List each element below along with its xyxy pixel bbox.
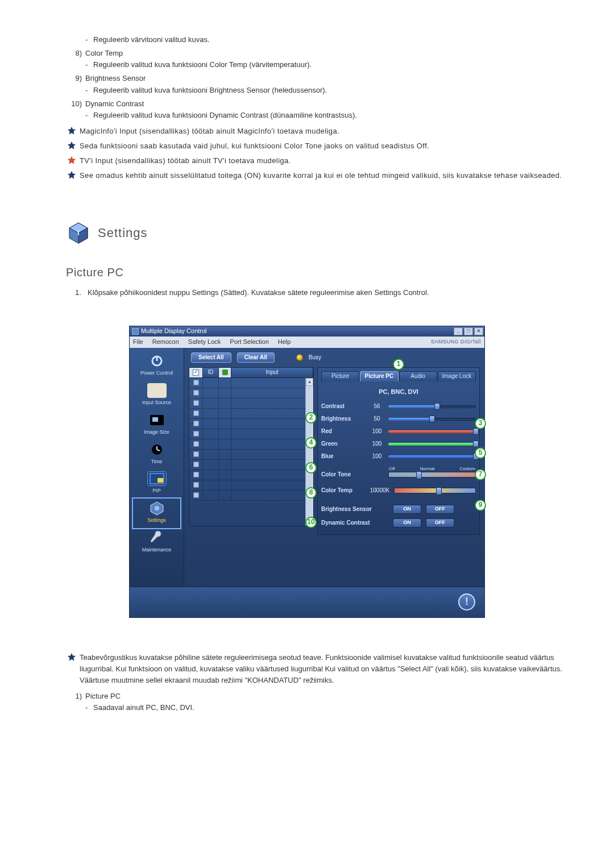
- menu-file[interactable]: File: [133, 337, 143, 347]
- menu-remocon[interactable]: Remocon: [152, 337, 179, 347]
- row-checkbox[interactable]: [193, 380, 199, 385]
- svg-marker-2: [68, 157, 76, 164]
- svg-text:i: i: [77, 229, 79, 237]
- list-item: 9)Brightness Sensor: [51, 73, 563, 84]
- minimize-button[interactable]: _: [454, 327, 463, 335]
- row-checkbox[interactable]: [193, 400, 199, 406]
- app-icon: [132, 328, 139, 335]
- slider-blue: Blue100: [321, 450, 476, 463]
- row-checkbox[interactable]: [193, 482, 199, 488]
- on-button[interactable]: ON: [393, 505, 421, 514]
- table-row[interactable]: [189, 480, 313, 491]
- row-checkbox[interactable]: [193, 462, 199, 467]
- settings-panel: 1 Picture Picture PC Audio Image Lock PC…: [317, 367, 480, 535]
- off-button[interactable]: OFF: [426, 518, 454, 528]
- color-tone-row: Color Tone Off Normal Custom: [321, 468, 476, 481]
- window-titlebar[interactable]: Multiple Display Control _ □ ×: [130, 326, 484, 337]
- tab-picture-pc[interactable]: Picture PC: [360, 371, 398, 381]
- row-checkbox[interactable]: [193, 390, 199, 396]
- table-row[interactable]: [189, 450, 313, 460]
- sidebar-item-pip[interactable]: PIP: [130, 469, 184, 499]
- table-row[interactable]: [189, 429, 313, 439]
- sidebar-item-settings[interactable]: Settings: [130, 499, 184, 528]
- star-icon: [67, 171, 76, 180]
- table-row[interactable]: [189, 419, 313, 429]
- menu-portselection[interactable]: Port Selection: [230, 337, 268, 347]
- sidebar: Power Control Input Source Image Size: [130, 348, 184, 587]
- svg-rect-16: [157, 478, 163, 483]
- row-checkbox[interactable]: [193, 451, 199, 457]
- on-button[interactable]: ON: [393, 518, 421, 528]
- row-checkbox[interactable]: [193, 410, 199, 416]
- table-row[interactable]: [189, 409, 313, 419]
- table-row[interactable]: [189, 439, 313, 450]
- tab-audio[interactable]: Audio: [399, 371, 437, 381]
- slider-track[interactable]: [388, 429, 476, 434]
- star-icon: [67, 126, 76, 135]
- toggle-brightness-sensor: Brightness SensorONOFF: [321, 502, 476, 516]
- slider-track[interactable]: [388, 454, 476, 459]
- header-checkbox[interactable]: ✓: [189, 368, 203, 377]
- table-row[interactable]: [189, 378, 313, 388]
- list-item-desc: -Reguleerib valitud kuva funktsiooni Col…: [51, 59, 563, 70]
- sidebar-item-power[interactable]: Power Control: [130, 351, 184, 381]
- maintenance-icon: [147, 530, 167, 545]
- table-row[interactable]: [189, 388, 313, 398]
- list-scrollbar[interactable]: ▲: [305, 378, 313, 526]
- power-icon: [147, 354, 167, 368]
- sidebar-item-imgsize[interactable]: Image Size: [130, 410, 184, 440]
- annotation-1: 1: [393, 359, 404, 370]
- close-button[interactable]: ×: [474, 327, 483, 335]
- color-temp-slider[interactable]: [394, 488, 476, 493]
- tab-image-lock[interactable]: Image Lock: [438, 371, 476, 381]
- sidebar-item-time[interactable]: Time: [130, 440, 184, 470]
- footnote: TV'i Input (sisendallikas) töötab ainult…: [51, 155, 563, 167]
- footnote: MagicInfo'i Input (sisendallikas) töötab…: [51, 126, 563, 137]
- color-tone-slider[interactable]: Off Normal Custom: [388, 472, 476, 477]
- slider-track[interactable]: [388, 404, 476, 409]
- annotation-9: 9: [475, 500, 486, 511]
- row-checkbox[interactable]: [193, 441, 199, 447]
- header-id[interactable]: ID: [203, 368, 219, 377]
- slider-track[interactable]: [388, 416, 476, 422]
- menu-help[interactable]: Help: [278, 337, 291, 347]
- slider-track[interactable]: [388, 441, 476, 447]
- info-icon[interactable]: !: [458, 593, 475, 610]
- table-row[interactable]: [189, 491, 313, 501]
- row-checkbox[interactable]: [193, 431, 199, 437]
- input-source-icon: [147, 383, 167, 398]
- annotation-4: 4: [305, 437, 317, 448]
- table-row[interactable]: [189, 398, 313, 409]
- menu-safetylock[interactable]: Safety Lock: [188, 337, 221, 347]
- step-1: 1. Klõpsake põhiikoonidest nuppu Setting…: [51, 287, 563, 298]
- off-button[interactable]: OFF: [426, 505, 454, 514]
- row-checkbox[interactable]: [193, 421, 199, 426]
- row-checkbox[interactable]: [193, 472, 199, 477]
- tab-picture[interactable]: Picture: [321, 371, 359, 381]
- sidebar-item-maintenance[interactable]: Maintenance: [130, 528, 184, 558]
- svg-marker-3: [68, 172, 76, 178]
- annotation-3: 3: [475, 418, 486, 429]
- main-panel: Select All Clear All Busy ✓ ID Input: [184, 348, 484, 587]
- star-icon: [67, 156, 76, 165]
- clear-all-button[interactable]: Clear All: [237, 352, 275, 363]
- slider-green: Green100: [321, 438, 476, 450]
- pip-icon: [147, 471, 167, 486]
- sidebar-item-input[interactable]: Input Source: [130, 381, 184, 410]
- slider-contrast: Contrast56: [321, 400, 476, 413]
- table-row[interactable]: [189, 460, 313, 470]
- table-row[interactable]: [189, 470, 313, 480]
- header-input[interactable]: Input: [231, 368, 313, 377]
- busy-label: Busy: [309, 353, 321, 362]
- color-temp-row: Color Temp 10000K: [321, 484, 476, 497]
- list-item-colortone-sub: - Reguleerib värvitooni valitud kuvas.: [51, 34, 563, 45]
- row-checkbox[interactable]: [193, 492, 199, 498]
- maximize-button[interactable]: □: [464, 327, 473, 335]
- scroll-up-icon[interactable]: ▲: [306, 378, 313, 386]
- slider-brightness: Brightness50: [321, 413, 476, 425]
- select-all-button[interactable]: Select All: [191, 352, 231, 363]
- svg-point-18: [155, 506, 159, 510]
- busy-led-icon: [296, 354, 303, 361]
- annotation-8: 8: [305, 487, 317, 499]
- list-item: 10)Dynamic Contrast: [51, 98, 563, 110]
